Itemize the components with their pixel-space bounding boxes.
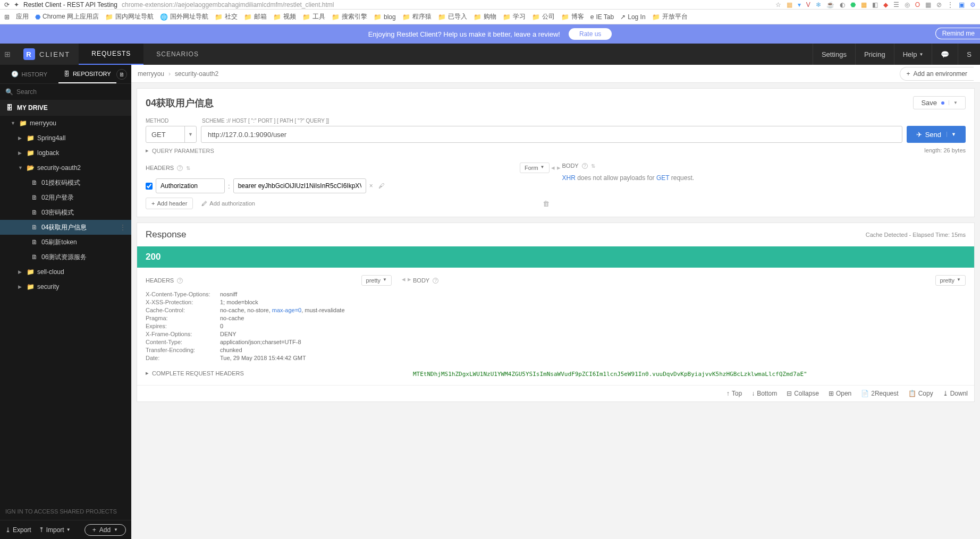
tab-history[interactable]: 🕘HISTORY: [0, 65, 58, 83]
apps-grid-icon[interactable]: ⊞: [0, 44, 15, 65]
panel-divider[interactable]: ◂▸: [400, 268, 413, 385]
ext-icon[interactable]: ⋮: [947, 1, 953, 8]
ext-icon[interactable]: ⊘: [936, 1, 942, 8]
add-authorization-button[interactable]: 🖉Add authorization: [201, 200, 255, 207]
remove-header-icon[interactable]: ×: [369, 182, 373, 190]
remind-me-button[interactable]: Remind me: [935, 28, 980, 39]
tree-folder-sell-cloud[interactable]: ▶📁sell-cloud: [0, 264, 131, 279]
tree-request-05[interactable]: 🗎05刷新token: [0, 235, 131, 250]
response-headers-view-select[interactable]: pretty▼: [361, 275, 392, 286]
help-icon[interactable]: ?: [433, 278, 438, 284]
chat-icon[interactable]: 💬: [932, 44, 958, 65]
tree-folder-spring4all[interactable]: ▶📁Spring4all: [0, 131, 131, 146]
method-select[interactable]: GET ▼: [146, 126, 197, 143]
ext-icon[interactable]: ◧: [872, 1, 878, 8]
scroll-top-button[interactable]: ↑Top: [726, 390, 742, 397]
add-environment-button[interactable]: +Add an environmer: [900, 67, 974, 81]
bookmark-item[interactable]: ↗Log In: [620, 13, 645, 21]
rate-us-button[interactable]: Rate us: [569, 28, 612, 40]
ext-icon[interactable]: V: [806, 1, 810, 8]
bookmark-item[interactable]: 📁工具: [302, 12, 325, 21]
settings-link[interactable]: Settings: [813, 44, 855, 65]
help-icon[interactable]: ?: [582, 163, 588, 169]
ext-icon[interactable]: ▣: [959, 1, 965, 8]
tab-repository[interactable]: 🗄REPOSITORY: [58, 65, 117, 83]
tree-request-03[interactable]: 🗎03密码模式: [0, 205, 131, 220]
to-request-button[interactable]: 📄2Request: [861, 390, 898, 397]
apps-icon[interactable]: ⊞: [4, 13, 10, 21]
scroll-bottom-button[interactable]: ↓Bottom: [751, 390, 777, 397]
tree-folder-logback[interactable]: ▶📁logback: [0, 146, 131, 160]
url-input[interactable]: [201, 126, 902, 143]
new-file-icon[interactable]: 🗎: [116, 69, 127, 80]
star-icon[interactable]: ☆: [775, 1, 781, 8]
help-icon[interactable]: ?: [177, 278, 183, 284]
export-button[interactable]: ⤓Export: [5, 526, 31, 534]
bookmark-item[interactable]: eIE Tab: [590, 13, 614, 21]
collapse-button[interactable]: ⊟Collapse: [787, 390, 819, 397]
bookmark-item[interactable]: 📁博客: [561, 12, 584, 21]
tree-folder-security-oauth2[interactable]: ▼📂security-oauth2: [0, 160, 131, 175]
tree-folder-security[interactable]: ▶📁security: [0, 279, 131, 294]
ext-icon[interactable]: ⬣: [850, 1, 856, 8]
response-body-text[interactable]: MTEtNDhjMS1hZDgxLWU1NzU1YWM4ZGU5YSIsImNs…: [413, 371, 966, 378]
search-row[interactable]: 🔍: [0, 84, 131, 100]
query-parameters-toggle[interactable]: ▸QUERY PARAMETERS: [146, 147, 214, 154]
search-input[interactable]: [16, 88, 126, 96]
pricing-link[interactable]: Pricing: [855, 44, 894, 65]
add-header-button[interactable]: +Add header: [146, 198, 193, 209]
ext-icon[interactable]: O: [915, 1, 920, 8]
ext-icon[interactable]: ⚙: [970, 1, 976, 8]
sort-icon[interactable]: ⇅: [591, 163, 595, 169]
more-icon[interactable]: ⋮: [120, 224, 126, 231]
bookmark-item[interactable]: 📁blog: [374, 13, 396, 21]
import-button[interactable]: ⤒Import▼: [39, 526, 71, 534]
my-drive-header[interactable]: 🗄 MY DRIVE: [0, 100, 131, 116]
help-link[interactable]: Help▼: [894, 44, 932, 65]
headers-view-select[interactable]: Form▼: [520, 162, 550, 173]
tree-request-04[interactable]: 🗎04获取用户信息⋮: [0, 220, 131, 235]
header-enabled-checkbox[interactable]: [146, 183, 153, 190]
bookmark-item[interactable]: 📁搜索引擎: [332, 12, 367, 21]
header-name-input[interactable]: [156, 178, 225, 193]
bookmark-item[interactable]: 📁开放平台: [652, 12, 688, 21]
open-button[interactable]: ⊞Open: [829, 390, 851, 397]
send-button[interactable]: ✈ Send ▼: [907, 126, 966, 143]
panel-divider[interactable]: ◂▸: [550, 162, 562, 209]
clear-headers-icon[interactable]: 🗑: [543, 200, 550, 208]
bookmark-item[interactable]: 📁已导入: [438, 12, 467, 21]
tree-request-01[interactable]: 🗎01授权码模式: [0, 175, 131, 190]
breadcrumb-item[interactable]: security-oauth2: [175, 70, 218, 78]
bookmark-item[interactable]: 📁邮箱: [244, 12, 267, 21]
response-body-view-select[interactable]: pretty▼: [935, 275, 966, 286]
bookmark-item[interactable]: 📁购物: [474, 12, 496, 21]
chevron-down-icon[interactable]: ▼: [947, 132, 956, 137]
bookmark-item[interactable]: 📁公司: [532, 12, 555, 21]
tab-requests[interactable]: REQUESTS: [79, 44, 143, 65]
bookmark-item[interactable]: 📁社交: [215, 12, 238, 21]
add-button[interactable]: +Add▼: [85, 524, 126, 536]
copy-button[interactable]: 📋Copy: [908, 390, 933, 397]
ext-icon[interactable]: ▦: [925, 1, 931, 8]
ext-icon[interactable]: ▦: [861, 1, 867, 8]
ext-icon[interactable]: ◎: [905, 1, 910, 8]
ext-icon[interactable]: ☰: [893, 1, 899, 8]
tree-request-06[interactable]: 🗎06测试资源服务: [0, 250, 131, 264]
ext-icon[interactable]: ▦: [787, 1, 792, 8]
ext-icon[interactable]: ❄: [816, 1, 821, 8]
breadcrumb-item[interactable]: merryyou: [138, 70, 164, 78]
ext-icon[interactable]: ◐: [840, 1, 845, 8]
download-button[interactable]: ⤓Downl: [943, 390, 968, 397]
magic-wand-icon[interactable]: 🖋: [378, 182, 385, 190]
ext-icon[interactable]: ▾: [798, 1, 801, 8]
ext-icon[interactable]: ☕: [826, 1, 834, 8]
bookmark-item[interactable]: 📁学习: [503, 12, 526, 21]
bookmark-item[interactable]: 🌐国外网址导航: [160, 12, 208, 21]
chevron-down-icon[interactable]: ▼: [184, 126, 196, 142]
ext-icon[interactable]: ◆: [883, 1, 888, 8]
sort-icon[interactable]: ⇅: [186, 165, 190, 171]
header-value-input[interactable]: [233, 178, 366, 193]
help-icon[interactable]: ?: [177, 165, 183, 171]
bookmark-item[interactable]: 应用: [16, 12, 29, 21]
tree-project-merryyou[interactable]: ▼📁merryyou: [0, 116, 131, 131]
